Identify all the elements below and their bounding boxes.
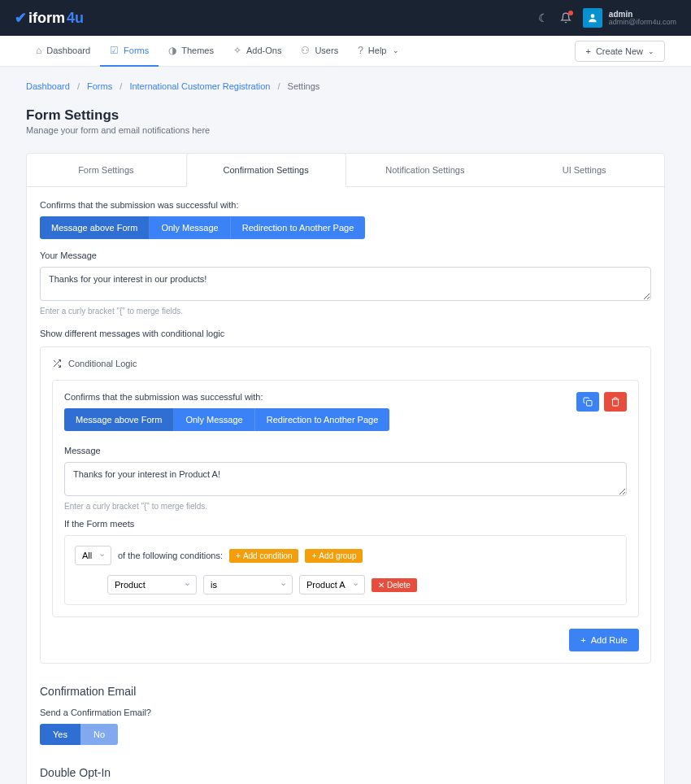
notif-dot bbox=[568, 11, 573, 15]
if-form-meets-label: If the Form meets bbox=[64, 519, 627, 529]
avatar bbox=[583, 8, 602, 28]
home-icon: ⌂ bbox=[36, 45, 41, 56]
themes-icon: ◑ bbox=[168, 45, 176, 56]
rule-confirm-label: Confirms that the submission was success… bbox=[64, 392, 576, 402]
condition-field-select[interactable]: Product bbox=[107, 575, 197, 595]
your-message-label: Your Message bbox=[40, 250, 651, 260]
rule-message-input[interactable] bbox=[64, 462, 627, 496]
confirmation-email-heading: Confirmation Email bbox=[40, 685, 651, 698]
rule-opt-redirect[interactable]: Redirection to Another Page bbox=[255, 408, 390, 431]
rule-merge-hint: Enter a curly bracket "{" to merge field… bbox=[64, 502, 627, 511]
opt-message-above[interactable]: Message above Form bbox=[40, 216, 150, 239]
delete-rule-button[interactable] bbox=[604, 392, 627, 412]
crumb-current: Settings bbox=[288, 81, 320, 91]
logo-check-icon: ✔ bbox=[15, 9, 27, 27]
nav-help[interactable]: ?Help⌄ bbox=[348, 36, 409, 67]
nav-users[interactable]: ⚇Users bbox=[291, 36, 348, 67]
plus-icon: + bbox=[311, 551, 316, 560]
condition-value-select[interactable]: Product A bbox=[299, 575, 365, 595]
rule-confirm-type-group: Message above Form Only Message Redirect… bbox=[64, 408, 389, 431]
page-subtitle: Manage your form and email notifications… bbox=[26, 125, 665, 135]
opt-only-message[interactable]: Only Message bbox=[150, 216, 230, 239]
forms-icon: ☑ bbox=[110, 45, 119, 56]
scope-after-text: of the following conditions: bbox=[118, 551, 223, 560]
navbar: ⌂Dashboard ☑Forms ◑Themes ✧Add-Ons ⚇User… bbox=[0, 36, 691, 67]
confirm-type-label: Confirms that the submission was success… bbox=[40, 200, 651, 210]
conditions-box: All of the following conditions: +Add co… bbox=[64, 535, 627, 605]
your-message-input[interactable] bbox=[40, 267, 651, 301]
conditional-logic-title: Conditional Logic bbox=[68, 359, 137, 368]
tab-ui-settings[interactable]: UI Settings bbox=[505, 154, 664, 186]
send-email-toggle: Yes No bbox=[40, 724, 118, 745]
svg-rect-1 bbox=[587, 401, 593, 407]
crumb-forms[interactable]: Forms bbox=[87, 81, 112, 91]
user-name: admin bbox=[609, 10, 676, 19]
logo-text-post: 4u bbox=[67, 10, 84, 27]
shuffle-icon bbox=[52, 359, 62, 368]
user-email: admin@iform4u.com bbox=[609, 19, 676, 27]
users-icon: ⚇ bbox=[301, 45, 310, 56]
x-icon: ✕ bbox=[378, 581, 385, 590]
tabs: Form Settings Confirmation Settings Noti… bbox=[27, 154, 664, 187]
send-email-no[interactable]: No bbox=[80, 724, 118, 745]
tab-confirmation-settings[interactable]: Confirmation Settings bbox=[186, 153, 346, 187]
svg-point-0 bbox=[590, 14, 594, 18]
theme-toggle-icon[interactable]: ☾ bbox=[538, 11, 549, 24]
page-title: Form Settings bbox=[26, 107, 665, 124]
merge-hint: Enter a curly bracket "{" to merge field… bbox=[40, 307, 651, 316]
rule-message-label: Message bbox=[64, 446, 627, 455]
chevron-down-icon: ⌄ bbox=[648, 47, 654, 55]
crumb-form-name[interactable]: International Customer Registration bbox=[129, 81, 270, 91]
notifications-icon[interactable] bbox=[560, 12, 571, 24]
add-rule-button[interactable]: + Add Rule bbox=[569, 629, 639, 651]
help-icon: ? bbox=[358, 45, 363, 56]
nav-dashboard[interactable]: ⌂Dashboard bbox=[26, 36, 100, 67]
rule-opt-only-message[interactable]: Only Message bbox=[174, 408, 254, 431]
add-group-button[interactable]: +Add group bbox=[305, 549, 363, 563]
topbar-right: ☾ admin admin@iform4u.com bbox=[538, 8, 676, 28]
delete-condition-button[interactable]: ✕Delete bbox=[372, 578, 417, 592]
nav-forms[interactable]: ☑Forms bbox=[100, 36, 159, 67]
nav-themes[interactable]: ◑Themes bbox=[159, 36, 224, 67]
addons-icon: ✧ bbox=[233, 45, 241, 56]
user-menu[interactable]: admin admin@iform4u.com bbox=[583, 8, 676, 28]
breadcrumb: Dashboard / Forms / International Custom… bbox=[26, 81, 665, 91]
topbar: ✔ iform4u ☾ admin admin@iform4u.com bbox=[0, 0, 691, 36]
copy-rule-button[interactable] bbox=[576, 392, 599, 412]
plus-icon: + bbox=[580, 635, 585, 645]
tab-notification-settings[interactable]: Notification Settings bbox=[346, 154, 506, 186]
confirm-type-group: Message above Form Only Message Redirect… bbox=[40, 216, 365, 239]
create-new-button[interactable]: + Create New ⌄ bbox=[575, 41, 665, 62]
crumb-dashboard[interactable]: Dashboard bbox=[26, 81, 70, 91]
scope-select[interactable]: All bbox=[75, 546, 111, 565]
chevron-down-icon: ⌄ bbox=[393, 46, 399, 54]
double-optin-heading: Double Opt-In bbox=[40, 766, 651, 779]
conditional-logic-card: Conditional Logic Confirms that the subm… bbox=[40, 346, 651, 664]
nav-addons[interactable]: ✧Add-Ons bbox=[224, 36, 291, 67]
plus-icon: + bbox=[585, 46, 590, 56]
rule-card: Confirms that the submission was success… bbox=[52, 380, 639, 617]
send-email-label: Send a Confirmation Email? bbox=[40, 708, 651, 717]
tab-form-settings[interactable]: Form Settings bbox=[27, 154, 186, 186]
condition-operator-select[interactable]: is bbox=[203, 575, 293, 595]
logo-text-pre: iform bbox=[28, 10, 65, 27]
add-condition-button[interactable]: +Add condition bbox=[229, 549, 298, 563]
send-email-yes[interactable]: Yes bbox=[40, 724, 80, 745]
opt-redirect[interactable]: Redirection to Another Page bbox=[231, 216, 366, 239]
settings-card: Form Settings Confirmation Settings Noti… bbox=[26, 153, 665, 784]
conditional-messages-label: Show different messages with conditional… bbox=[40, 329, 651, 338]
rule-opt-message-above[interactable]: Message above Form bbox=[64, 408, 174, 431]
logo[interactable]: ✔ iform4u bbox=[15, 9, 84, 27]
plus-icon: + bbox=[236, 551, 241, 560]
